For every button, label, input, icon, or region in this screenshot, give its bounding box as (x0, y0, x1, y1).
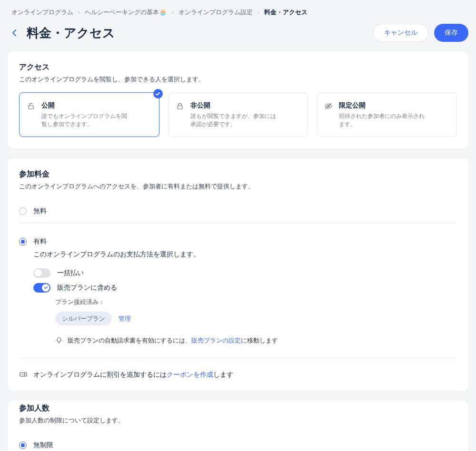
access-option-private[interactable]: 非公開 誰もが閲覧できますが、参加には承認が必要です。 (168, 92, 308, 137)
access-card: アクセス このオンラインプログラムを閲覧し、参加できる人を選択します。 公開 誰… (8, 51, 468, 148)
radio-label: 無料 (33, 206, 47, 216)
back-button[interactable] (8, 26, 21, 39)
checkmark-badge-icon (153, 89, 163, 98)
radio-icon[interactable] (19, 207, 27, 215)
title-bar: 料金・アクセス キャンセル 保存 (8, 24, 468, 42)
manage-plans-link[interactable]: 管理 (119, 314, 131, 324)
access-option-desc: 招待された参加者にのみ表示されます。 (339, 112, 425, 129)
access-title: アクセス (19, 61, 457, 73)
hint-text: 販売プランの自動請求書を有効にするには、 (68, 337, 191, 344)
breadcrumb-current: 料金・アクセス (264, 8, 307, 17)
pricing-option-paid[interactable]: 有料 (19, 230, 457, 246)
hint-text: に移動します (241, 337, 278, 344)
access-option-name: 限定公開 (339, 100, 425, 110)
breadcrumb-item[interactable]: オンラインプログラム設定 (178, 8, 253, 17)
participants-desc: 参加人数の制限について設定します。 (19, 416, 457, 425)
participants-option-unlimited[interactable]: 無制限 (19, 433, 457, 451)
chevron-right-icon: › (78, 8, 80, 17)
access-option-name: 公開 (41, 100, 127, 110)
participants-card: 参加人数 参加人数の制限について設定します。 無制限 制限あり (8, 401, 468, 451)
save-button[interactable]: 保存 (434, 24, 468, 42)
pricing-desc: このオンラインプログラムへのアクセスを、参加者に有料または無料で提供します。 (19, 182, 457, 191)
coupon-text: します (213, 371, 233, 378)
paid-desc: このオンラインプログラムのお支払方法を選択します。 (33, 249, 457, 259)
access-option-limited[interactable]: 限定公開 招待された参加者にのみ表示されます。 (317, 92, 457, 137)
plan-settings-link[interactable]: 販売プランの設定 (191, 337, 241, 344)
pricing-title: 参加料金 (19, 168, 457, 180)
coupon-icon (19, 370, 28, 379)
cancel-button[interactable]: キャンセル (373, 24, 428, 42)
access-option-name: 非公開 (190, 100, 276, 110)
chevron-right-icon: › (258, 8, 259, 17)
access-option-desc: 誰でもオンラインプログラムを閲覧し参加できます。 (41, 112, 127, 129)
pricing-card: 参加料金 このオンラインプログラムへのアクセスを、参加者に有料または無料で提供し… (8, 158, 468, 391)
toggle-label: 一括払い (57, 268, 84, 278)
chevron-right-icon: › (171, 8, 173, 17)
lightbulb-icon (55, 337, 63, 344)
toggle-label: 販売プランに含める (57, 283, 117, 293)
plan-chip[interactable]: シルバープラン (55, 312, 112, 326)
breadcrumb-item[interactable]: ヘルシーベーキングの基本🧁 (85, 8, 167, 17)
access-option-desc: 誰もが閲覧できますが、参加には承認が必要です。 (190, 112, 276, 129)
lock-icon (175, 101, 185, 111)
access-desc: このオンラインプログラムを閲覧し、参加できる人を選択します。 (19, 75, 457, 84)
create-coupon-link[interactable]: クーポンを作成 (167, 371, 213, 378)
access-option-public[interactable]: 公開 誰でもオンラインプログラムを閲覧し参加できます。 (19, 92, 159, 137)
radio-label: 有料 (33, 236, 47, 246)
svg-rect-7 (20, 373, 27, 376)
plan-connected-label: プラン接続済み： (55, 297, 457, 307)
pricing-option-free[interactable]: 無料 (19, 199, 457, 223)
breadcrumb: オンラインプログラム › ヘルシーベーキングの基本🧁 › オンラインプログラム設… (8, 6, 468, 24)
radio-icon[interactable] (19, 441, 27, 449)
eye-off-icon (324, 101, 333, 111)
breadcrumb-item[interactable]: オンラインプログラム (11, 8, 73, 17)
toggle-include-plan[interactable] (33, 283, 50, 293)
plan-hint: 販売プランの自動請求書を有効にするには、販売プランの設定に移動します (55, 336, 457, 345)
coupon-row: オンラインプログラムに割引を追加するにはクーポンを作成します (19, 358, 457, 380)
radio-label: 無制限 (33, 440, 53, 450)
svg-rect-0 (29, 106, 33, 109)
coupon-text: オンラインプログラムに割引を追加するには (33, 371, 167, 378)
toggle-one-time[interactable] (33, 268, 50, 278)
svg-point-8 (22, 374, 23, 375)
unlock-icon (26, 101, 36, 111)
page-title: 料金・アクセス (27, 24, 115, 42)
participants-title: 参加人数 (19, 402, 457, 414)
radio-icon[interactable] (19, 238, 27, 245)
svg-rect-1 (178, 106, 182, 109)
